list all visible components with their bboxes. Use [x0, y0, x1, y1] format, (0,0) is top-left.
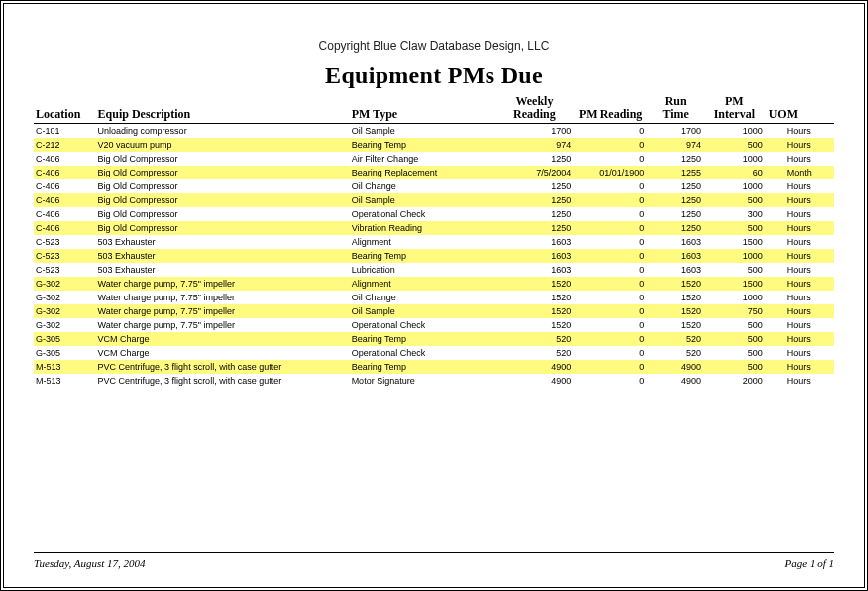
cell-pm-type: Motor Signature	[350, 374, 496, 388]
cell-weekly-reading: 1603	[496, 263, 576, 277]
cell-pm-type: Oil Change	[350, 179, 496, 193]
cell-equip-desc: 503 Exhauster	[96, 249, 350, 263]
table-row: C-101Unloading compressorOil Sample17000…	[34, 124, 834, 139]
cell-location: G-302	[34, 277, 96, 291]
cell-pm-reading: 0	[575, 318, 648, 332]
cell-uom: Hours	[767, 263, 834, 277]
cell-run-time: 1603	[648, 235, 705, 249]
cell-run-time: 1520	[648, 318, 705, 332]
col-header-run-time: Run Time	[648, 93, 705, 124]
cell-run-time: 520	[648, 346, 705, 360]
cell-pm-type: Operational Check	[350, 318, 496, 332]
cell-location: C-406	[34, 179, 96, 193]
cell-pm-type: Operational Check	[350, 207, 496, 221]
cell-pm-type: Operational Check	[350, 346, 496, 360]
cell-pm-interval: 500	[705, 138, 767, 152]
cell-weekly-reading: 520	[496, 346, 576, 360]
table-row: C-212V20 vacuum pumpBearing Temp97409745…	[34, 138, 834, 152]
cell-weekly-reading: 1603	[496, 249, 576, 263]
table-row: C-523503 ExhausterAlignment1603016031500…	[34, 235, 834, 249]
col-header-pm-type: PM Type	[350, 93, 496, 124]
cell-pm-type: Bearing Temp	[350, 138, 496, 152]
cell-run-time: 1255	[648, 166, 705, 179]
cell-uom: Hours	[767, 291, 834, 304]
cell-weekly-reading: 1520	[496, 291, 576, 304]
cell-uom: Hours	[767, 318, 834, 332]
cell-pm-interval: 500	[705, 318, 767, 332]
cell-equip-desc: Water charge pump, 7.75" impeller	[96, 304, 350, 318]
cell-run-time: 1250	[648, 193, 705, 207]
cell-weekly-reading: 1250	[496, 221, 576, 235]
cell-uom: Hours	[767, 193, 834, 207]
cell-weekly-reading: 4900	[496, 360, 576, 374]
cell-pm-type: Bearing Temp	[350, 360, 496, 374]
cell-location: C-523	[34, 263, 96, 277]
report-table: Location Equip Description PM Type Weekl…	[34, 93, 834, 388]
cell-pm-interval: 1500	[705, 277, 767, 291]
cell-uom: Hours	[767, 221, 834, 235]
cell-pm-reading: 0	[575, 360, 648, 374]
cell-pm-interval: 1000	[705, 291, 767, 304]
cell-equip-desc: Big Old Compressor	[96, 152, 350, 166]
cell-weekly-reading: 7/5/2004	[496, 166, 576, 179]
table-row: C-406Big Old CompressorOil Sample1250012…	[34, 193, 834, 207]
cell-run-time: 1700	[648, 124, 705, 139]
cell-pm-type: Lubrication	[350, 263, 496, 277]
cell-pm-type: Air Filter Change	[350, 152, 496, 166]
cell-equip-desc: Big Old Compressor	[96, 166, 350, 179]
table-row: C-406Big Old CompressorBearing Replaceme…	[34, 166, 834, 179]
cell-run-time: 4900	[648, 360, 705, 374]
cell-pm-reading: 0	[575, 263, 648, 277]
cell-weekly-reading: 4900	[496, 374, 576, 388]
cell-weekly-reading: 1700	[496, 124, 576, 139]
col-header-pm-reading: PM Reading	[575, 93, 648, 124]
cell-pm-type: Alignment	[350, 235, 496, 249]
cell-weekly-reading: 1520	[496, 277, 576, 291]
cell-pm-reading: 0	[575, 304, 648, 318]
col-header-equip-desc: Equip Description	[96, 93, 350, 124]
cell-location: C-406	[34, 152, 96, 166]
cell-equip-desc: PVC Centrifuge, 3 flight scroll, with ca…	[96, 360, 350, 374]
cell-pm-interval: 500	[705, 332, 767, 346]
cell-pm-type: Bearing Temp	[350, 332, 496, 346]
cell-location: C-406	[34, 193, 96, 207]
cell-location: M-513	[34, 374, 96, 388]
cell-run-time: 1603	[648, 263, 705, 277]
cell-equip-desc: Water charge pump, 7.75" impeller	[96, 318, 350, 332]
cell-pm-interval: 60	[705, 166, 767, 179]
cell-pm-interval: 1000	[705, 124, 767, 139]
cell-uom: Hours	[767, 152, 834, 166]
cell-pm-reading: 0	[575, 291, 648, 304]
cell-pm-reading: 0	[575, 179, 648, 193]
cell-run-time: 520	[648, 332, 705, 346]
table-row: M-513PVC Centrifuge, 3 flight scroll, wi…	[34, 360, 834, 374]
table-row: M-513PVC Centrifuge, 3 flight scroll, wi…	[34, 374, 834, 388]
cell-pm-interval: 1000	[705, 249, 767, 263]
cell-uom: Hours	[767, 207, 834, 221]
cell-run-time: 974	[648, 138, 705, 152]
cell-uom: Hours	[767, 346, 834, 360]
table-row: G-302Water charge pump, 7.75" impellerAl…	[34, 277, 834, 291]
cell-weekly-reading: 1250	[496, 179, 576, 193]
cell-pm-type: Oil Sample	[350, 304, 496, 318]
cell-pm-type: Alignment	[350, 277, 496, 291]
cell-pm-type: Vibration Reading	[350, 221, 496, 235]
cell-pm-reading: 0	[575, 235, 648, 249]
cell-location: C-406	[34, 221, 96, 235]
cell-run-time: 1603	[648, 249, 705, 263]
cell-equip-desc: Water charge pump, 7.75" impeller	[96, 291, 350, 304]
footer-date: Tuesday, August 17, 2004	[34, 557, 146, 569]
cell-pm-reading: 0	[575, 346, 648, 360]
cell-weekly-reading: 1250	[496, 152, 576, 166]
cell-weekly-reading: 1520	[496, 304, 576, 318]
cell-pm-interval: 500	[705, 360, 767, 374]
cell-run-time: 1520	[648, 277, 705, 291]
cell-pm-type: Bearing Temp	[350, 249, 496, 263]
table-row: C-406Big Old CompressorOil Change1250012…	[34, 179, 834, 193]
report-title: Equipment PMs Due	[34, 62, 834, 89]
col-header-pm-interval: PM Interval	[705, 93, 767, 124]
cell-location: G-302	[34, 318, 96, 332]
cell-pm-interval: 2000	[705, 374, 767, 388]
cell-run-time: 1250	[648, 207, 705, 221]
cell-equip-desc: Big Old Compressor	[96, 207, 350, 221]
